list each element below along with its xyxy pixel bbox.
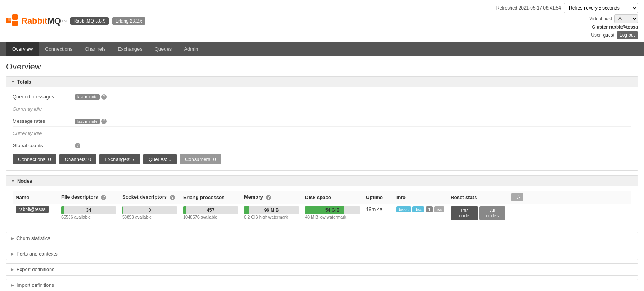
message-rates-badge: last minute	[75, 119, 100, 124]
nav-item-queues[interactable]: Queues	[149, 42, 178, 56]
mem-help-icon[interactable]: ?	[266, 195, 271, 200]
erlang-version: Erlang 23.2.6	[112, 17, 145, 25]
col-disk-header: Disk space	[302, 191, 363, 204]
mem-bar-outer: 96 MiB	[244, 206, 299, 214]
page-title: Overview	[6, 62, 638, 72]
node-disk-cell: 54 GiB 48 MiB low watermark	[302, 204, 363, 223]
currently-idle-1: Currently idle	[13, 105, 42, 113]
all-nodes-button[interactable]: All nodes	[479, 206, 505, 220]
import-section-header[interactable]: ▶ Import definitions	[6, 279, 638, 291]
col-plusminus-header: +/-	[508, 191, 631, 204]
nodes-table: Name File descriptors ? Socket descripto…	[13, 191, 631, 222]
node-reset-cell: This node All nodes	[447, 204, 508, 223]
info-badge-disc[interactable]: disc	[412, 206, 425, 212]
refresh-select[interactable]: Refresh every 5 seconds Refresh every 10…	[564, 3, 638, 13]
virtual-host-select[interactable]: All	[614, 14, 638, 23]
header-right: Refreshed 2021-05-17 08:41:54 Refresh ev…	[496, 3, 638, 39]
node-name-cell: rabbit@tessa	[13, 204, 58, 223]
user-label: User	[591, 32, 601, 38]
rabbitmq-version: RabbitMQ 3.8.9	[70, 17, 109, 25]
churn-label: Churn statistics	[16, 235, 50, 241]
info-badge-rss[interactable]: rss	[434, 206, 444, 212]
exchanges-count-button[interactable]: Exchanges: 7	[99, 154, 140, 164]
node-info-cell: basic disc 1 rss	[393, 204, 447, 223]
col-up-header: Uptime	[363, 191, 393, 204]
logo: RabbitMQ TM	[6, 14, 67, 27]
cluster-label: Cluster	[592, 24, 608, 30]
nav-item-connections[interactable]: Connections	[39, 42, 78, 56]
sd-bar-outer: 0	[122, 206, 177, 214]
user-row: User guest Log out	[591, 31, 638, 39]
global-counts-row: Global counts ?	[13, 140, 631, 151]
node-name-badge: rabbit@tessa	[16, 206, 49, 213]
queued-messages-badge: last minute	[75, 94, 100, 100]
nodes-section-header[interactable]: ▼ Nodes	[6, 176, 638, 186]
col-ep-header: Erlang processes	[180, 191, 241, 204]
connections-count-button[interactable]: Connections: 0	[13, 154, 56, 164]
totals-section: ▼ Totals Queued messages last minute ? C…	[6, 76, 638, 171]
col-reset-header: Reset stats	[447, 191, 508, 204]
fd-help-icon[interactable]: ?	[101, 195, 106, 200]
queued-messages-help-icon[interactable]: ?	[101, 94, 107, 100]
export-label: Export definitions	[16, 267, 54, 272]
svg-rect-3	[8, 18, 11, 21]
svg-rect-1	[12, 14, 18, 20]
message-rates-help-icon[interactable]: ?	[101, 119, 107, 124]
nav-item-admin[interactable]: Admin	[178, 42, 204, 56]
mem-sub: 6.2 GiB high watermark	[244, 215, 299, 219]
info-badge-basic[interactable]: basic	[396, 206, 411, 212]
logout-button[interactable]: Log out	[617, 31, 638, 39]
cluster-row: Cluster rabbit@tessa	[592, 24, 638, 30]
ports-label: Ports and contexts	[16, 251, 58, 257]
message-rates-row: Message rates last minute ?	[13, 116, 631, 127]
col-fd-header: File descriptors ?	[58, 191, 119, 204]
disk-bar-outer: 54 GiB	[305, 206, 360, 214]
sd-bar-container: 0 58893 available	[122, 206, 177, 219]
totals-label: Totals	[17, 79, 31, 85]
main-nav: Overview Connections Channels Exchanges …	[0, 42, 644, 56]
mem-bar-value: 96 MiB	[244, 206, 299, 214]
nodes-label: Nodes	[17, 178, 32, 184]
ep-bar-outer: 457	[183, 206, 238, 214]
fd-bar-container: 34 65536 available	[61, 206, 116, 219]
ports-section-header[interactable]: ▶ Ports and contexts	[6, 248, 638, 260]
ports-arrow-icon: ▶	[11, 252, 14, 256]
nodes-section: ▼ Nodes Name File descriptors ? Socket d…	[6, 175, 638, 227]
main-content: Overview ▼ Totals Queued messages last m…	[0, 56, 644, 291]
fd-bar-outer: 34	[61, 206, 116, 214]
logo-area: RabbitMQ TM RabbitMQ 3.8.9 Erlang 23.2.6	[6, 14, 496, 27]
export-section-header[interactable]: ▶ Export definitions	[6, 264, 638, 275]
disk-bar-value: 54 GiB	[305, 206, 360, 214]
logo-tm: TM	[62, 19, 67, 23]
plus-minus-button[interactable]: +/-	[511, 193, 523, 201]
import-label: Import definitions	[16, 282, 54, 288]
totals-arrow-icon: ▼	[11, 80, 15, 84]
nav-item-overview[interactable]: Overview	[6, 42, 39, 56]
col-name-header: Name	[13, 191, 58, 204]
nav-item-exchanges[interactable]: Exchanges	[112, 42, 148, 56]
channels-count-button[interactable]: Channels: 0	[59, 154, 96, 164]
node-plusminus-cell	[508, 204, 631, 223]
nav-item-channels[interactable]: Channels	[78, 42, 112, 56]
this-node-button[interactable]: This node	[451, 206, 478, 220]
nodes-section-body: Name File descriptors ? Socket descripto…	[6, 186, 638, 227]
totals-section-header[interactable]: ▼ Totals	[6, 77, 638, 87]
node-mem-cell: 96 MiB 6.2 GiB high watermark	[241, 204, 302, 223]
fd-bar-value: 34	[61, 206, 116, 214]
queues-count-button[interactable]: Queues: 0	[143, 154, 177, 164]
header: RabbitMQ TM RabbitMQ 3.8.9 Erlang 23.2.6…	[0, 0, 644, 42]
queued-messages-row: Queued messages last minute ?	[13, 92, 631, 102]
svg-rect-2	[12, 21, 18, 26]
info-badge-num: 1	[426, 206, 433, 212]
consumers-count-button[interactable]: Consumers: 0	[180, 154, 221, 164]
nodes-table-body: rabbit@tessa 34 65536 available	[13, 204, 631, 223]
churn-section-header[interactable]: ▶ Churn statistics	[6, 232, 638, 244]
col-sd-header: Socket descriptors ?	[119, 191, 180, 204]
sd-help-icon[interactable]: ?	[170, 195, 175, 200]
vhost-row: Virtual host All	[589, 14, 638, 23]
user-value: guest	[603, 32, 614, 38]
node-uptime-cell: 19m 4s	[363, 204, 393, 223]
nodes-table-header-row: Name File descriptors ? Socket descripto…	[13, 191, 631, 204]
global-counts-help-icon[interactable]: ?	[75, 143, 80, 148]
disk-bar-container: 54 GiB 48 MiB low watermark	[305, 206, 360, 219]
